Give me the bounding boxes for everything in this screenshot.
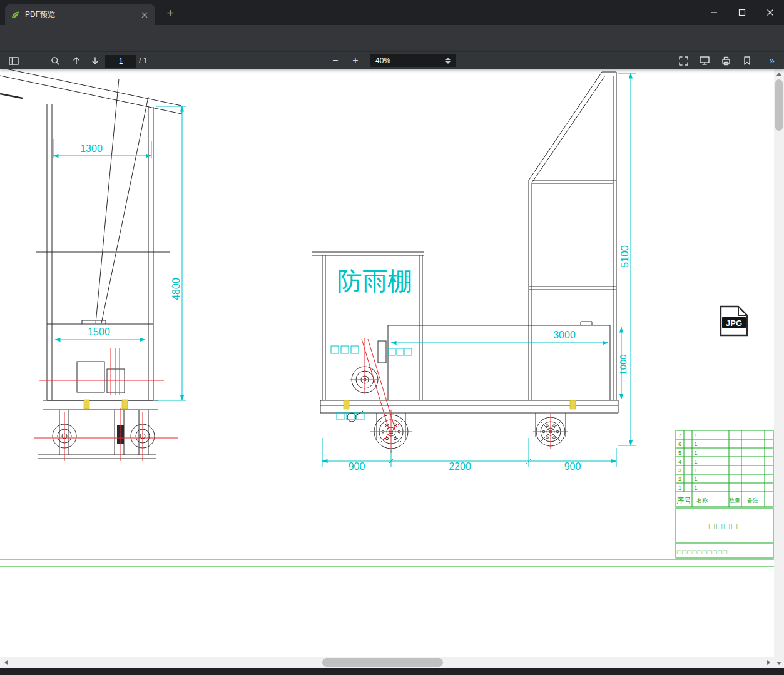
scroll-right-button[interactable] (763, 657, 774, 668)
jpg-badge-label: JPG (726, 318, 742, 328)
window-bottom-edge (0, 668, 784, 675)
scroll-down-button[interactable] (774, 658, 784, 668)
zoom-out-button[interactable]: − (328, 52, 343, 69)
front-view-linework (0, 69, 181, 459)
more-tools-icon[interactable]: » (765, 52, 780, 69)
horizontal-scrollbar[interactable] (0, 657, 774, 668)
favicon-leaf-icon (10, 10, 20, 20)
window-close-button[interactable] (756, 0, 784, 25)
bom-row-qty: 1 (694, 450, 697, 456)
page-up-icon[interactable] (69, 52, 84, 69)
title-block-footer: □□□□□□□□□□ (677, 548, 728, 556)
zoom-in-button[interactable]: + (348, 52, 363, 69)
browser-toolbar: localhost:8012/onlinePreview?url=http%3A… (0, 25, 784, 51)
toolbar-divider (29, 56, 29, 65)
dim-label-front-height: 4800 (171, 278, 181, 300)
presentation-icon[interactable] (697, 52, 712, 69)
jpg-file-icon: JPG (721, 307, 747, 335)
sidebar-toggle-icon[interactable] (6, 52, 21, 69)
bom-row-qty: 1 (694, 485, 697, 491)
bom-header-qty: 数量 (729, 497, 740, 504)
scroll-left-button[interactable] (0, 657, 11, 668)
bom-header-index: 序号 (676, 496, 691, 505)
scroll-up-button[interactable] (774, 69, 784, 79)
zoom-select[interactable]: 40% (370, 54, 456, 67)
dim-label-front-top-width: 1300 (80, 143, 103, 154)
title-block: 7 6 5 4 3 2 1 1 1 1 1 1 1 1 序号 名称 数量 备注 … (676, 430, 773, 558)
rain-shelter-label: 防雨棚 (337, 267, 412, 295)
cad-drawing: 1300 4800 1500 防雨棚 3000 1000 5100 900 22… (0, 69, 774, 657)
horizontal-scroll-thumb[interactable] (322, 658, 443, 667)
tab-title: PDF预览 (25, 9, 139, 20)
zoom-value: 40% (375, 56, 445, 65)
title-block-title: □□□□ (709, 520, 739, 531)
dim-label-side-box-width: 3000 (553, 330, 576, 340)
window-minimize-button[interactable] (700, 0, 728, 25)
tab-close-icon[interactable] (139, 9, 150, 21)
page-down-icon[interactable] (88, 52, 103, 69)
dim-label-front-lower-width: 1500 (88, 327, 110, 337)
browser-tabstrip: PDF预览 + (0, 0, 784, 25)
dim-label-side-height: 5100 (619, 245, 630, 268)
bom-row-qty: 1 (694, 432, 697, 439)
bom-row-number: 7 (678, 432, 681, 439)
bom-row-number: 6 (678, 441, 681, 447)
window-maximize-button[interactable] (728, 0, 756, 25)
vertical-scroll-thumb[interactable] (775, 79, 783, 131)
yellow-pads (84, 400, 576, 409)
browser-tab[interactable]: PDF预览 (5, 4, 155, 25)
print-icon[interactable] (718, 52, 733, 69)
pdf-toolbar: / 1 − + 40% » (0, 51, 784, 69)
side-view-linework (312, 72, 618, 449)
search-icon[interactable] (48, 52, 63, 69)
bom-row-number: 2 (678, 476, 681, 482)
bom-row-qty: 1 (694, 459, 697, 465)
select-arrows-icon (445, 58, 451, 64)
vertical-scrollbar[interactable] (774, 69, 784, 668)
bookmark-icon[interactable] (740, 52, 755, 69)
bom-header-note: 备注 (747, 497, 758, 504)
bom-row-number: 4 (678, 459, 681, 465)
bom-row-qty: 1 (694, 441, 697, 447)
bom-row-qty: 1 (694, 476, 697, 482)
bom-row-number: 1 (678, 485, 681, 491)
bom-row-qty: 1 (694, 467, 697, 474)
bom-header-name: 名称 (696, 497, 708, 504)
window-controls (700, 0, 784, 25)
new-tab-button[interactable]: + (161, 5, 179, 23)
page-number-input[interactable] (105, 55, 136, 68)
dim-label-span-left: 900 (349, 461, 365, 472)
dim-label-side-box-height: 1000 (618, 354, 628, 375)
dim-label-span-right: 900 (564, 461, 581, 472)
page-canvas: 1300 4800 1500 防雨棚 3000 1000 5100 900 22… (0, 69, 774, 657)
sheet-boundary (0, 559, 774, 567)
bom-row-number: 3 (678, 467, 681, 474)
page-total-label: / 1 (139, 52, 147, 69)
dim-label-span-mid: 2200 (449, 461, 471, 472)
bom-row-number: 5 (678, 450, 681, 456)
fullscreen-icon[interactable] (676, 52, 691, 69)
